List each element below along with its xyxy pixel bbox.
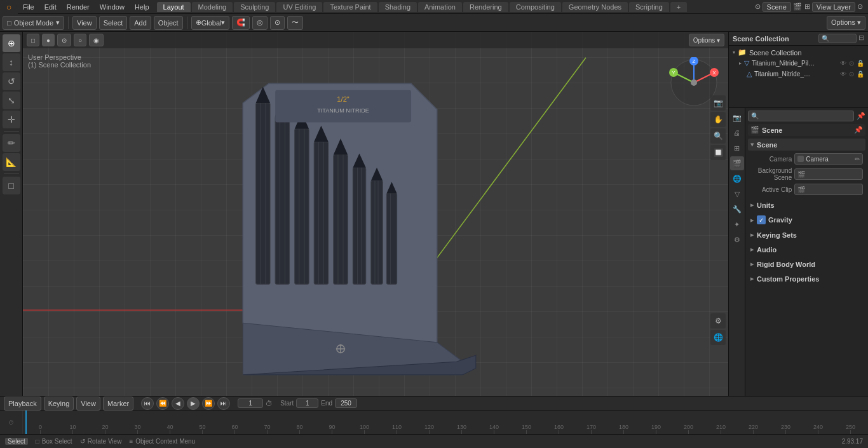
marker-btn[interactable]: Marker [103,397,133,411]
prop-tab-scene[interactable]: 🎬 [730,156,744,170]
prop-tab-object[interactable]: ▽ [730,187,744,201]
view-layer-input[interactable]: View Layer [812,2,855,12]
viewport-render-settings-btn[interactable]: ⚙ [710,313,726,329]
viewport-mode-btn[interactable]: □ [27,34,39,46]
audio-header[interactable]: ▸ Audio [748,243,865,255]
prop-tab-physics[interactable]: ⚙ [730,233,744,247]
item2-visibility-icon[interactable]: 👁 [840,71,846,78]
viewport-3d[interactable]: 1/2" TITANIUM NITRIDE □ ● ⊙ ○ ◉ Options … [23,32,728,396]
end-frame-input[interactable] [335,398,357,408]
background-scene-value[interactable]: 🎬 [794,168,863,180]
units-header[interactable]: ▸ Units [748,199,865,211]
custom-props-header[interactable]: ▸ Custom Properties [748,273,865,285]
scale-tool-btn[interactable]: ⤡ [3,92,20,109]
camera-value[interactable]: Camera ✏ [794,153,863,165]
play-btn[interactable]: ▶ [187,397,200,410]
tab-sculpting[interactable]: Sculpting [234,2,275,12]
menu-render[interactable]: Render [62,0,95,13]
timeline-ruler[interactable]: 0 10 20 30 40 [23,411,868,434]
select-menu-btn[interactable]: Select [99,16,128,30]
outliner-item-2[interactable]: △ Titanium_Nitride_Pilot_Pc 👁 ⊙ 🔒 [729,69,868,79]
jump-start-btn[interactable]: ⏮ [141,397,154,410]
transform-tool-btn[interactable]: ✛ [3,111,20,128]
scene-section-header[interactable]: ▾ Scene [748,139,865,151]
outliner-filter-icon[interactable]: ⊟ [858,34,864,43]
add-menu-btn[interactable]: Add [130,16,151,30]
scene-name-input[interactable]: Scene [763,2,791,12]
tab-texture-paint[interactable]: Texture Paint [323,2,377,12]
outliner-item-1[interactable]: ▸ ▽ Titanium_Nitride_Pilot_Point_ 👁 ⊙ 🔒 [729,58,868,69]
step-forward-btn[interactable]: ⏩ [202,397,215,410]
active-clip-value[interactable]: 🎬 [794,184,863,195]
transform-pivot-btn[interactable]: ⊙ [270,16,285,30]
menu-window[interactable]: Window [95,0,130,13]
playback-menu-btn[interactable]: Playback [4,397,41,411]
prop-tab-output[interactable]: 🖨 [730,126,744,140]
rigid-body-header[interactable]: ▸ Rigid Body World [748,258,865,270]
tab-animation[interactable]: Animation [418,2,462,12]
tab-modeling[interactable]: Modeling [192,2,233,12]
menu-help[interactable]: Help [130,0,154,13]
prop-tab-render[interactable]: 📷 [730,111,744,125]
annotate-tool-btn[interactable]: ✏ [3,134,20,152]
step-back-btn[interactable]: ⏪ [156,397,169,410]
view-menu-btn[interactable]: View [72,16,97,30]
prop-tab-particles[interactable]: ✦ [730,217,744,231]
transform-orientation-btn[interactable]: 〜 [287,16,303,30]
keying-menu-btn[interactable]: Keying [44,397,74,411]
mode-dropdown[interactable]: □ Object Mode ▾ [3,16,64,30]
move-tool-btn[interactable]: ↕ [3,53,20,71]
viewport-shading-material-btn[interactable]: ○ [74,34,86,46]
tab-compositing[interactable]: Compositing [510,2,561,12]
start-frame-input[interactable] [296,398,318,408]
viewport-shading-solid-btn[interactable]: ● [42,34,55,46]
measure-tool-btn[interactable]: 📐 [3,153,20,171]
prop-tab-world[interactable]: 🌐 [730,172,744,186]
viewport-options-btn[interactable]: Options ▾ [689,34,724,46]
prop-tab-modifier[interactable]: 🔧 [730,202,744,216]
item2-select-icon[interactable]: ⊙ [849,71,854,78]
prop-pin-icon[interactable]: 📌 [857,112,865,120]
item1-lock-icon[interactable]: 🔒 [857,60,864,67]
tab-scripting[interactable]: Scripting [629,2,669,12]
scene-header-pin[interactable]: 📌 [854,126,863,134]
outliner-scene-collection[interactable]: ▾ 📁 Scene Collection [729,47,868,58]
item2-lock-icon[interactable]: 🔒 [857,71,864,78]
menu-edit[interactable]: Edit [39,0,62,13]
viewport-camera-btn[interactable]: 📷 [710,95,726,111]
menu-file[interactable]: File [18,0,39,13]
snap-btn[interactable]: 🧲 [232,16,250,30]
tab-layout[interactable]: Layout [157,2,191,12]
keying-sets-header[interactable]: ▸ Keying Sets [748,229,865,241]
viewport-shading-wire-btn[interactable]: ⊙ [57,34,71,46]
current-frame-input[interactable] [238,398,263,408]
viewport-world-btn[interactable]: 🌐 [710,330,726,345]
tab-rendering[interactable]: Rendering [463,2,508,12]
camera-edit-icon[interactable]: ✏ [855,156,860,163]
options-btn[interactable]: Options ▾ [827,16,865,30]
add-cube-btn[interactable]: □ [3,177,20,194]
object-menu-btn[interactable]: Object [154,16,183,30]
prop-search-input[interactable] [748,111,854,121]
timeline-view-btn[interactable]: View [76,397,100,411]
viewport-shading-render-btn[interactable]: ◉ [89,34,104,46]
item1-select-icon[interactable]: ⊙ [849,60,854,67]
viewport-zoom-btn[interactable]: 🔍 [710,128,726,144]
outliner-search[interactable] [818,34,857,43]
prop-tab-view-layer[interactable]: ⊞ [730,141,744,155]
viewport-hand-btn[interactable]: ✋ [710,112,726,127]
gravity-header[interactable]: ▸ ✓ Gravity [748,214,865,226]
cursor-tool-btn[interactable]: ⊕ [3,34,20,52]
global-dropdown[interactable]: ⊕ Global ▾ [191,16,230,30]
viewport-lock-btn[interactable]: 🔲 [710,145,726,160]
tab-shading[interactable]: Shading [379,2,417,12]
gravity-checkbox[interactable]: ✓ [757,215,766,224]
tab-add[interactable]: + [670,2,687,12]
play-reverse-btn[interactable]: ◀ [172,397,184,410]
jump-end-btn[interactable]: ⏭ [217,397,230,410]
tab-geometry-nodes[interactable]: Geometry Nodes [562,2,628,12]
item1-visibility-icon[interactable]: 👁 [840,60,846,67]
proportional-btn[interactable]: ◎ [252,16,268,30]
tab-uv-editing[interactable]: UV Editing [276,2,322,12]
rotate-tool-btn[interactable]: ↺ [3,72,20,90]
